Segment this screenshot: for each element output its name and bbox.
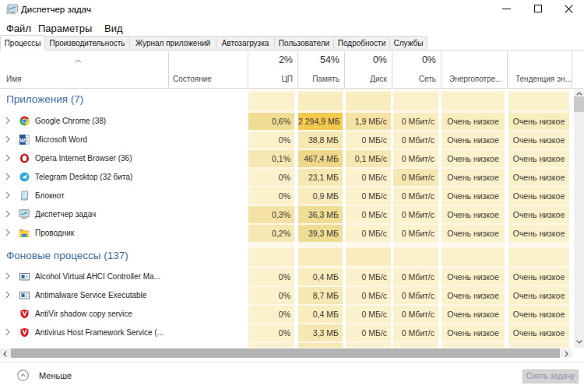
svg-text:W: W — [19, 136, 26, 143]
